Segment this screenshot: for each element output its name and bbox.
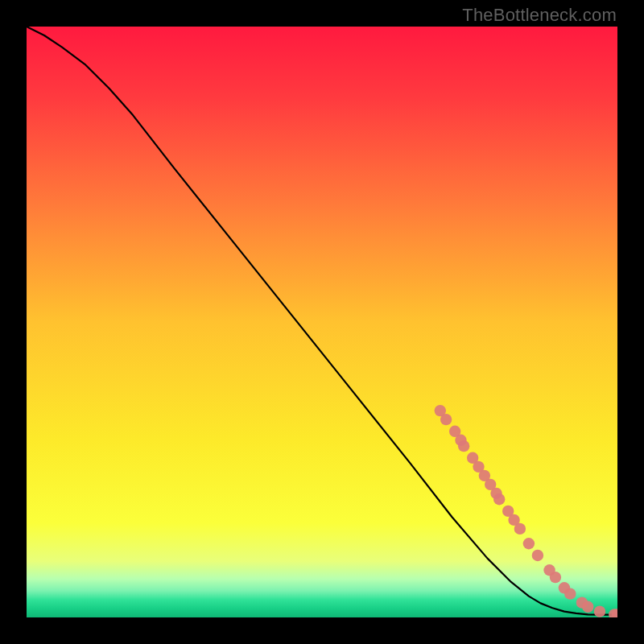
- watermark-text: TheBottleneck.com: [462, 5, 617, 26]
- svg-point-15: [523, 538, 535, 549]
- svg-point-23: [594, 605, 605, 617]
- plot-area: [27, 27, 617, 617]
- svg-point-11: [493, 493, 505, 505]
- svg-point-20: [564, 588, 576, 599]
- svg-point-2: [440, 414, 452, 425]
- svg-point-5: [458, 440, 469, 452]
- svg-point-14: [514, 523, 526, 535]
- svg-point-22: [582, 601, 593, 613]
- svg-point-16: [532, 550, 543, 561]
- svg-point-18: [550, 572, 561, 583]
- curve-line: [27, 27, 617, 615]
- chart-frame: TheBottleneck.com: [0, 0, 644, 644]
- chart-svg: [27, 27, 617, 617]
- curve-markers: [435, 405, 617, 617]
